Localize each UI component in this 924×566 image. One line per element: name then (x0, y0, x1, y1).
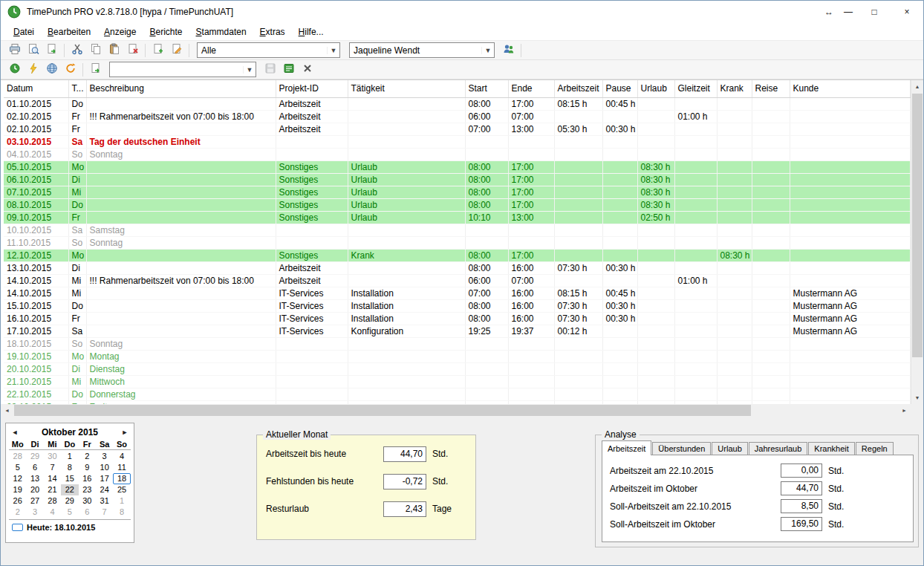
tab-urlaub[interactable]: Urlaub (712, 442, 747, 455)
column-header-reise[interactable]: Reise (752, 80, 790, 97)
column-header-arbeitszeit[interactable]: Arbeitszeit (554, 80, 602, 97)
entry-combobox[interactable]: ▼ (109, 62, 256, 77)
table-row[interactable]: 01.10.2015DoArbeitszeit08:0017:0008:15 h… (4, 97, 911, 110)
table-row[interactable]: 08.10.2015DoSonstigesUrlaub08:0017:0008:… (4, 198, 911, 211)
table-row[interactable]: 19.10.2015MoMontag (4, 350, 911, 362)
calendar-day[interactable]: 10 (96, 462, 113, 473)
tab-ueberstunden[interactable]: Überstunden (652, 442, 711, 455)
calendar-month-label[interactable]: Oktober 2015 (20, 427, 120, 437)
menu-extras[interactable]: Extras (253, 25, 292, 39)
vscroll-thumb[interactable] (912, 94, 923, 357)
scroll-left-button[interactable]: ◄ (1, 404, 13, 417)
paste-button[interactable] (105, 42, 123, 59)
calendar-day[interactable]: 12 (9, 473, 26, 484)
tab-regeln[interactable]: Regeln (856, 442, 894, 455)
column-header-beschreibung[interactable]: Beschreibung (86, 80, 276, 97)
hscroll-thumb[interactable] (14, 405, 751, 416)
new-entry-button[interactable] (149, 42, 167, 59)
calendar-day[interactable]: 2 (79, 451, 96, 462)
column-header-start[interactable]: Start (465, 80, 508, 97)
menu-bearbeiten[interactable]: Bearbeiten (41, 25, 97, 39)
column-header-tag[interactable]: T... (68, 80, 86, 97)
table-row[interactable]: 14.10.2015Mi!!! Rahmenarbeitszeit von 07… (4, 274, 911, 287)
current-month-value-input[interactable]: 2,43 (383, 501, 426, 517)
calendar-day[interactable]: 7 (44, 462, 61, 473)
vertical-scrollbar[interactable]: ▲ ▼ (911, 80, 923, 404)
column-header-taetigkeit[interactable]: Tätigkeit (348, 80, 465, 97)
calendar-day[interactable]: 5 (61, 507, 78, 518)
table-row[interactable]: 17.10.2015SaIT-ServicesKonfiguration19:2… (4, 325, 911, 337)
current-month-value-input[interactable]: -0,72 (383, 474, 426, 489)
column-header-projekt[interactable]: Projekt-ID (276, 80, 348, 97)
calendar-day[interactable]: 29 (26, 451, 43, 462)
filter-combobox[interactable]: Alle ▼ (197, 42, 340, 58)
tab-krankheit[interactable]: Krankheit (808, 442, 854, 455)
column-header-krank[interactable]: Krank (717, 80, 752, 97)
analysis-value-input[interactable]: 0,00 (781, 463, 822, 478)
refresh-button[interactable] (61, 62, 79, 78)
calendar-day[interactable]: 22 (61, 484, 78, 495)
calendar-day[interactable]: 1 (113, 495, 130, 507)
menu-anzeige[interactable]: Anzeige (97, 25, 143, 39)
export-button[interactable] (86, 62, 105, 78)
table-row[interactable]: 11.10.2015SoSonntag (4, 236, 911, 249)
calendar-day[interactable]: 3 (26, 507, 43, 518)
calendar-day[interactable]: 21 (44, 484, 61, 495)
copy-button[interactable] (86, 42, 105, 59)
table-row[interactable]: 07.10.2015MiSonstigesUrlaub08:0017:0008:… (4, 186, 911, 198)
calendar-day[interactable]: 29 (61, 495, 78, 507)
table-row[interactable]: 21.10.2015MiMittwoch (4, 375, 911, 388)
calendar-day[interactable]: 11 (113, 462, 130, 473)
calendar-day[interactable]: 17 (96, 473, 113, 484)
save-button[interactable] (261, 62, 279, 78)
maximize-button[interactable]: □ (858, 1, 891, 23)
stamp-button[interactable] (5, 62, 24, 78)
close-button[interactable]: × (891, 1, 923, 23)
user-combobox[interactable]: Jaqueline Wendt ▼ (349, 42, 495, 58)
scroll-right-button[interactable]: ► (898, 404, 911, 417)
calendar-day[interactable]: 7 (96, 507, 113, 518)
table-row[interactable]: 18.10.2015SoSonntag (4, 337, 911, 350)
table-row[interactable]: 05.10.2015MoSonstigesUrlaub08:0017:0008:… (4, 160, 911, 173)
delete-entry-button[interactable] (123, 42, 142, 59)
calendar-day[interactable]: 13 (26, 473, 43, 484)
dock-toggle-button[interactable]: ↔ (819, 1, 839, 23)
report-button[interactable] (279, 62, 298, 78)
page-export-button[interactable] (42, 42, 61, 59)
table-row[interactable]: 02.10.2015FrArbeitszeit07:0013:0005:30 h… (4, 123, 911, 135)
table-row[interactable]: 09.10.2015FrSonstigesUrlaub10:1013:0002:… (4, 211, 911, 224)
calendar-prev-button[interactable]: ◄ (10, 429, 20, 436)
table-row[interactable]: 02.10.2015Fr!!! Rahmenarbeitszeit von 07… (4, 110, 911, 123)
calendar-day[interactable]: 30 (79, 495, 96, 507)
edit-entry-button[interactable] (167, 42, 186, 59)
tab-jahresurlaub[interactable]: Jahresurlaub (749, 442, 808, 455)
column-header-datum[interactable]: Datum (4, 80, 68, 97)
menu-berichte[interactable]: Berichte (143, 25, 189, 39)
column-header-ende[interactable]: Ende (508, 80, 554, 97)
table-row[interactable]: 04.10.2015SoSonntag (4, 148, 911, 160)
calendar-day[interactable]: 8 (113, 507, 130, 518)
calendar-day[interactable]: 19 (9, 484, 26, 495)
calendar-day[interactable]: 6 (79, 507, 96, 518)
table-row[interactable]: 20.10.2015DiDienstag (4, 362, 911, 375)
column-header-gleitzeit[interactable]: Gleitzeit (674, 80, 717, 97)
analysis-value-input[interactable]: 8,50 (781, 499, 822, 513)
web-button[interactable] (42, 62, 61, 78)
horizontal-scrollbar[interactable]: ◄ ► (1, 404, 911, 417)
calendar-day[interactable]: 16 (79, 473, 96, 484)
quick-edit-button[interactable] (24, 62, 42, 78)
current-month-value-input[interactable]: 44,70 (383, 446, 426, 462)
scroll-down-button[interactable]: ▼ (911, 391, 923, 404)
calendar-day[interactable]: 6 (26, 462, 43, 473)
cut-button[interactable] (68, 42, 86, 59)
tab-arbeitszeit[interactable]: Arbeitszeit (602, 440, 651, 455)
calendar-day[interactable]: 31 (96, 495, 113, 507)
menu-stammdaten[interactable]: Stammdaten (189, 25, 253, 39)
calendar-next-button[interactable]: ► (120, 429, 130, 436)
manage-users-button[interactable] (499, 42, 518, 59)
table-row[interactable]: 14.10.2015MiIT-ServicesInstallation07:00… (4, 287, 911, 299)
calendar-day[interactable]: 9 (79, 462, 96, 473)
calendar-day[interactable]: 30 (44, 451, 61, 462)
calendar-day[interactable]: 23 (79, 484, 96, 495)
calendar-day[interactable]: 1 (61, 451, 78, 462)
